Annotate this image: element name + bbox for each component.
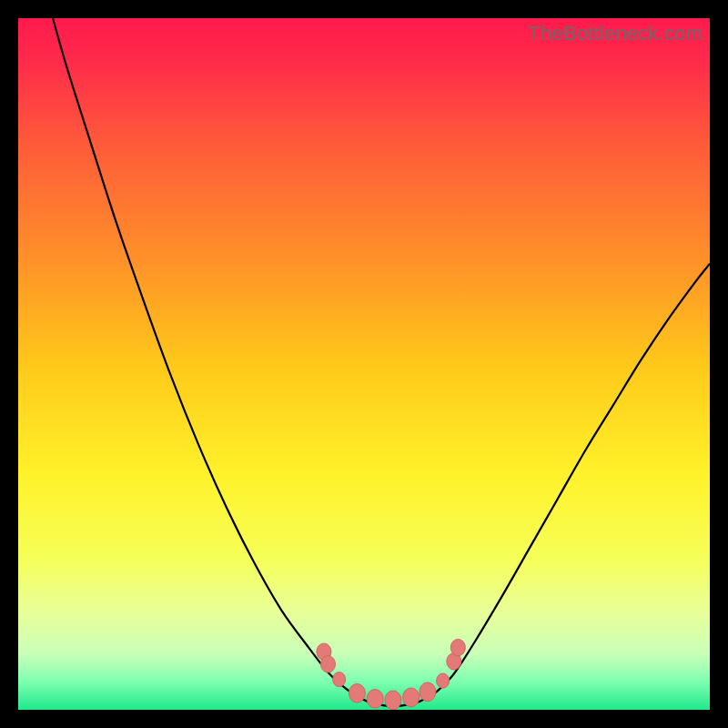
marker-2 [333, 672, 346, 687]
marker-8 [437, 673, 450, 688]
chart-plot-area: TheBottleneck.com [18, 18, 710, 710]
marker-5 [385, 691, 401, 710]
marker-6 [403, 688, 420, 707]
marker-10 [450, 639, 465, 655]
marker-7 [420, 682, 436, 702]
marker-1 [320, 656, 335, 672]
marker-4 [367, 689, 383, 708]
chart-background [18, 18, 710, 710]
chart-svg [18, 18, 710, 710]
watermark-label: TheBottleneck.com [528, 22, 703, 46]
marker-3 [349, 683, 365, 703]
